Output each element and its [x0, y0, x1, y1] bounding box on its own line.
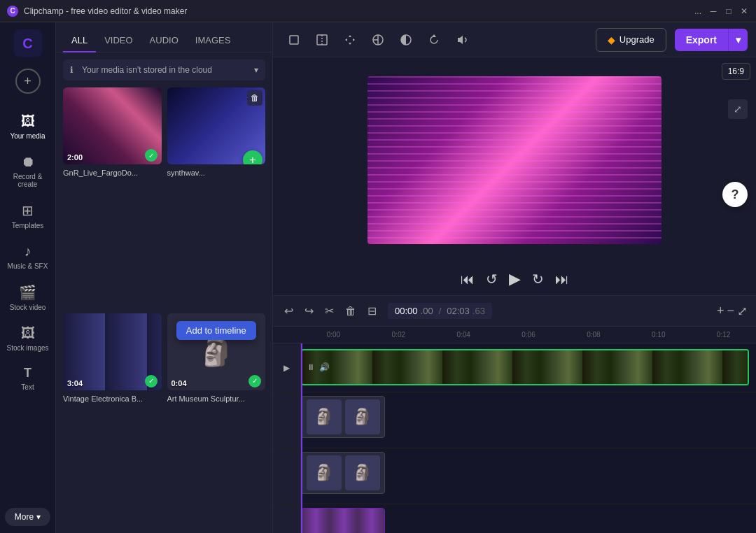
- play-button[interactable]: ▶: [509, 270, 521, 288]
- add-to-timeline-button[interactable]: +: [243, 150, 262, 164]
- ruler-marks: 0:00 0:02 0:04 0:06 0:08 0:10 0:12: [301, 331, 756, 339]
- redo-button[interactable]: ↪: [302, 301, 316, 320]
- titlebar-controls: ... ─ □ ✕: [693, 6, 749, 16]
- media-delete-button[interactable]: 🗑: [247, 90, 262, 106]
- export-chevron-icon[interactable]: ▾: [728, 29, 748, 51]
- track-label: ▶: [273, 343, 301, 392]
- track-content[interactable]: [301, 504, 756, 533]
- titlebar-left: C Clipchamp - free video editor & video …: [7, 6, 187, 17]
- tab-video[interactable]: VIDEO: [96, 29, 141, 52]
- track-label: [273, 504, 301, 533]
- app-logo-icon: C: [7, 6, 18, 17]
- media-check-icon: ✓: [145, 375, 158, 388]
- synth-track: [273, 504, 756, 533]
- media-item-gnr[interactable]: 2:00 ✓ GnR_Live_FargoDo...: [63, 87, 162, 308]
- ruler-mark: 0:06: [496, 331, 561, 339]
- expand-preview-button[interactable]: ⤢: [728, 99, 748, 119]
- video-clip[interactable]: ⏸ 🔊: [301, 349, 749, 385]
- sculpture-thumb-4: 🗿: [345, 455, 380, 490]
- sidebar-item-text[interactable]: T Text: [3, 360, 53, 397]
- media-tabs: ALL VIDEO AUDIO IMAGES: [56, 22, 272, 52]
- sidebar-item-record-create[interactable]: ⏺ Record & create: [3, 148, 53, 194]
- sidebar-item-templates[interactable]: ⊞ Templates: [3, 197, 53, 235]
- aspect-ratio-badge[interactable]: 16:9: [722, 63, 750, 80]
- upgrade-diamond-icon: ◆: [608, 34, 615, 45]
- timeline-toolbar: ↩ ↪ ✂ 🗑 ⊟ 00:00 .00 / 02:03 .63 + − ⤢: [273, 296, 756, 327]
- track-content[interactable]: 🗿 🗿: [301, 448, 756, 504]
- rewind-button[interactable]: ↺: [486, 271, 498, 287]
- tab-images[interactable]: IMAGES: [187, 29, 239, 52]
- sidebar-item-music-sfx[interactable]: ♪ Music & SFX: [3, 238, 53, 276]
- media-duration: 3:04: [67, 379, 83, 388]
- svg-rect-0: [290, 36, 298, 44]
- more-button[interactable]: More ▾: [5, 508, 50, 526]
- svg-marker-5: [432, 34, 436, 37]
- forward-button[interactable]: ↻: [532, 271, 544, 287]
- media-item-vintage[interactable]: 3:04 ✓ Vintage Electronica B...: [63, 313, 162, 534]
- filter-tool-button[interactable]: [393, 27, 419, 52]
- transform-tool-button[interactable]: [337, 27, 363, 52]
- sidebar-item-your-media[interactable]: 🖼 Your media: [3, 108, 53, 145]
- maximize-button[interactable]: □: [724, 6, 734, 16]
- expand-icon: ⤢: [734, 104, 742, 115]
- rotate-tool-button[interactable]: [421, 27, 447, 52]
- undo-button[interactable]: ↩: [281, 301, 296, 320]
- delete-button[interactable]: 🗑: [342, 302, 359, 320]
- trim-tool-button[interactable]: [309, 27, 335, 52]
- preview-video: [368, 76, 662, 244]
- export-button[interactable]: Export ▾: [675, 29, 748, 51]
- timeline-ruler: 0:00 0:02 0:04 0:06 0:08 0:10 0:12: [273, 327, 756, 343]
- minimize-button[interactable]: ─: [708, 6, 718, 16]
- sidebar-item-label: Stock video: [10, 304, 46, 311]
- track-content[interactable]: 🗿 🗿: [301, 392, 756, 448]
- tab-all[interactable]: ALL: [63, 29, 96, 52]
- close-button[interactable]: ✕: [739, 6, 749, 16]
- cloud-bar-chevron-icon: ▾: [254, 65, 258, 75]
- zoom-minus-button[interactable]: −: [727, 304, 734, 318]
- skip-forward-button[interactable]: ⏭: [555, 271, 569, 287]
- music-sfx-icon: ♪: [24, 243, 31, 260]
- cut-button[interactable]: ✂: [322, 301, 337, 320]
- cloud-storage-bar[interactable]: ℹ Your media isn't stored in the cloud ▾: [63, 59, 265, 80]
- total-time: 02:03: [447, 306, 470, 316]
- sidebar-item-stock-video[interactable]: 🎬 Stock video: [3, 278, 53, 317]
- sculpture-track-1: 🗿 🗿: [273, 392, 756, 448]
- sculpture-thumb-2: 🗿: [345, 399, 380, 434]
- sidebar-item-label: Templates: [12, 222, 44, 229]
- export-label: Export: [675, 29, 728, 51]
- track-content[interactable]: ⏸ 🔊: [301, 343, 756, 392]
- stock-video-icon: 🎬: [19, 284, 36, 301]
- synth-clip[interactable]: [301, 508, 385, 533]
- more-chevron-icon: ▾: [36, 512, 41, 522]
- upgrade-button[interactable]: ◆ Upgrade: [596, 28, 666, 52]
- toolbar: ◆ Upgrade Export ▾: [273, 22, 756, 57]
- total-time-ms: .63: [472, 306, 485, 316]
- sidebar-item-stock-images[interactable]: 🖼 Stock images: [3, 320, 53, 357]
- more-options-button[interactable]: ...: [693, 6, 703, 16]
- media-check-icon: ✓: [145, 149, 158, 162]
- zoom-add-button[interactable]: +: [717, 304, 724, 318]
- media-filename: Art Museum Sculptur...: [167, 395, 266, 403]
- zoom-fit-button[interactable]: ⤢: [737, 304, 748, 319]
- logo-icon: C: [22, 36, 32, 52]
- playhead[interactable]: [301, 343, 302, 533]
- ruler-mark: 0:08: [561, 331, 626, 339]
- add-to-timeline-tooltip: Add to timeline: [176, 321, 256, 340]
- sculpture-clip-2[interactable]: 🗿 🗿: [301, 452, 385, 494]
- media-item-synthwave[interactable]: 🗑 + synthwav... Add to timeline: [167, 87, 266, 308]
- current-time: 00:00: [395, 306, 418, 316]
- audio-tool-button[interactable]: [449, 27, 475, 52]
- info-icon: ℹ: [70, 65, 74, 75]
- main-area: ◆ Upgrade Export ▾ 16:9 ⤢: [273, 22, 756, 533]
- skip-back-button[interactable]: ⏮: [461, 271, 475, 287]
- media-item-art-museum[interactable]: 🗿 0:04 ✓ Art Museum Sculptur...: [167, 313, 266, 534]
- sculpture-clip[interactable]: 🗿 🗿: [301, 396, 385, 438]
- tab-audio[interactable]: AUDIO: [141, 29, 187, 52]
- media-filename: Vintage Electronica B...: [63, 395, 162, 403]
- preview-container: 16:9 ⤢ ?: [273, 57, 756, 263]
- crop-tool-button[interactable]: [281, 27, 307, 52]
- split-button[interactable]: ⊟: [365, 301, 379, 320]
- add-media-button[interactable]: +: [15, 69, 41, 94]
- help-button[interactable]: ?: [722, 182, 748, 207]
- color-tool-button[interactable]: [365, 27, 391, 52]
